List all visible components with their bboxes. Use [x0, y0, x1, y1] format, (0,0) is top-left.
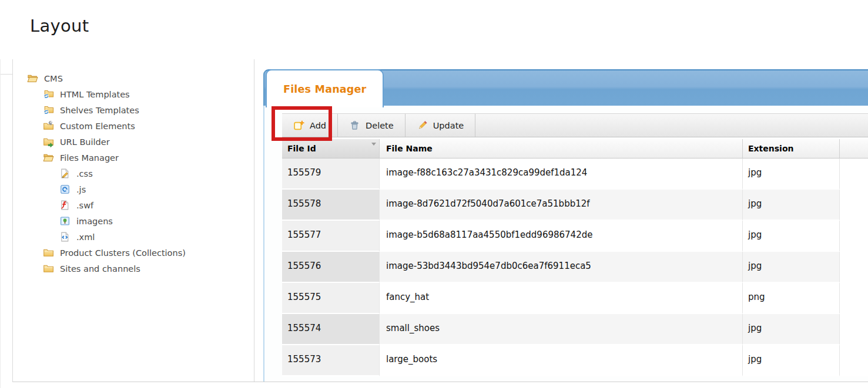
cell-file-id: 155579 — [282, 158, 380, 190]
cell-empty — [840, 283, 868, 314]
cell-extension: jpg — [743, 221, 840, 252]
tab-label: Files Manager — [283, 83, 366, 95]
folder-closed-icon — [43, 263, 54, 274]
cell-empty — [840, 190, 868, 221]
tree-item-imagens[interactable]: imagens — [13, 213, 254, 229]
folder-closed-icon — [43, 247, 54, 258]
tree-item-xml[interactable]: .xml — [13, 229, 254, 245]
cell-file-id: 155574 — [282, 314, 380, 345]
tree-item-url-builder[interactable]: URL Builder — [13, 134, 254, 150]
tree-item-files-manager[interactable]: Files Manager — [13, 150, 254, 166]
table-row[interactable]: 155578 image-8d7621d72f5040d7a601ce7a51b… — [282, 190, 868, 221]
cell-empty — [840, 345, 868, 376]
tree-item-sites-and-channels[interactable]: Sites and channels — [13, 261, 254, 276]
add-button[interactable]: Add — [282, 114, 338, 137]
tree-item-html-templates[interactable]: HTML Templates — [13, 86, 254, 102]
file-image-icon — [59, 215, 71, 227]
cell-extension: jpg — [743, 314, 840, 345]
cell-file-name: image-f88c163c27a3431c829ca99def1da124 — [380, 158, 743, 190]
cell-extension: jpg — [743, 345, 840, 376]
table-row[interactable]: 155575 fancy_hat png — [282, 283, 868, 314]
cell-file-id: 155576 — [282, 252, 380, 283]
tree-item-swf[interactable]: .swf — [13, 197, 254, 213]
table-row[interactable]: 155577 image-b5d68a8117aa4550bf1edd96986… — [282, 221, 868, 252]
folder-open-icon — [27, 73, 38, 84]
folder-arrow-icon — [43, 136, 54, 147]
delete-button[interactable]: Delete — [338, 114, 405, 137]
cell-empty — [840, 252, 868, 283]
cell-extension: jpg — [743, 158, 840, 190]
column-header-label: File Name — [386, 144, 433, 153]
file-js-icon — [59, 184, 71, 195]
content-pane: Files Manager Add Delete — [255, 59, 868, 382]
cell-file-name: image-8d7621d72f5040d7a601ce7a51bbb12f — [380, 190, 743, 221]
tree-item-label: .css — [76, 169, 93, 178]
tree-item-label: .js — [76, 185, 86, 194]
column-header-extension[interactable]: Extension — [743, 139, 840, 158]
table-row[interactable]: 155573 large_boots jpg — [282, 345, 868, 376]
tree-item-label: .swf — [76, 201, 93, 210]
tree-item-product-clusters-collections[interactable]: Product Clusters (Collections) — [13, 245, 254, 261]
column-header-file-name[interactable]: File Name — [380, 139, 743, 158]
tree-item-label: Shelves Templates — [60, 106, 139, 115]
tree-item-cms[interactable]: CMS — [13, 70, 254, 86]
cell-empty — [840, 314, 868, 345]
column-header-empty — [840, 139, 868, 158]
add-button-label: Add — [310, 121, 326, 130]
tree-item-label: CMS — [44, 74, 63, 83]
cell-file-name: image-b5d68a8117aa4550bf1edd96986742de — [380, 221, 743, 252]
update-button[interactable]: Update — [405, 114, 476, 137]
table-row[interactable]: 155576 image-53bd3443bd954e7db0c6ea7f691… — [282, 252, 868, 283]
note-add-icon — [293, 120, 304, 131]
column-header-file-id[interactable]: File Id — [282, 139, 380, 158]
folder-tool-icon — [43, 120, 54, 131]
cell-empty — [840, 158, 868, 190]
tree-item-label: Files Manager — [60, 153, 119, 163]
tab-files-manager[interactable]: Files Manager — [266, 69, 384, 107]
cell-file-name: fancy_hat — [380, 283, 743, 314]
tree-item-label: URL Builder — [60, 137, 110, 147]
cell-file-id: 155575 — [282, 283, 380, 314]
grid-body: 155579 image-f88c163c27a3431c829ca99def1… — [282, 158, 868, 376]
tree-item-label: Product Clusters (Collections) — [60, 248, 186, 258]
trash-icon — [349, 120, 360, 131]
file-css-icon — [59, 168, 71, 179]
cell-file-name: large_boots — [380, 345, 743, 376]
main-area: CMS HTML Templates Shelves Templates Cus… — [0, 59, 868, 388]
tree-item-label: HTML Templates — [60, 90, 130, 99]
cell-file-id: 155578 — [282, 190, 380, 221]
tree-item-label: Sites and channels — [60, 264, 140, 274]
delete-button-label: Delete — [366, 121, 394, 130]
files-manager-panel: Files Manager Add Delete — [263, 69, 868, 382]
cell-file-id: 155577 — [282, 221, 380, 252]
folder-sync-icon — [43, 89, 54, 100]
sort-desc-icon — [371, 143, 376, 146]
tree-item-label: .xml — [76, 232, 95, 242]
tree-item-shelves-templates[interactable]: Shelves Templates — [13, 102, 254, 118]
tree-item-label: Custom Elements — [60, 122, 135, 131]
tree-item-js[interactable]: .js — [13, 181, 254, 197]
column-header-label: File Id — [287, 144, 316, 153]
cell-extension: png — [743, 283, 840, 314]
table-row[interactable]: 155574 small_shoes jpg — [282, 314, 868, 345]
file-xml-icon — [59, 231, 71, 242]
folder-open-icon — [43, 152, 54, 163]
cell-empty — [840, 221, 868, 252]
tree-item-css[interactable]: .css — [13, 166, 254, 181]
cell-extension: jpg — [743, 252, 840, 283]
cell-file-name: image-53bd3443bd954e7db0c6ea7f6911eca5 — [380, 252, 743, 283]
page-title: Layout — [30, 16, 868, 36]
panel-body: Add Delete Update — [263, 106, 868, 382]
tree-item-custom-elements[interactable]: Custom Elements — [13, 118, 254, 134]
table-row[interactable]: 155579 image-f88c163c27a3431c829ca99def1… — [282, 158, 868, 190]
toolbar: Add Delete Update — [282, 113, 868, 137]
files-grid: File Id File Name Extension — [282, 139, 868, 376]
update-button-label: Update — [433, 121, 464, 130]
navigation-tree: CMS HTML Templates Shelves Templates Cus… — [13, 59, 254, 382]
layout-container: CMS HTML Templates Shelves Templates Cus… — [12, 59, 868, 382]
pencil-icon — [417, 120, 428, 131]
cell-extension: jpg — [743, 190, 840, 221]
panel-header-bar: Files Manager — [263, 69, 868, 106]
cell-file-name: small_shoes — [380, 314, 743, 345]
grid-header: File Id File Name Extension — [282, 139, 868, 158]
